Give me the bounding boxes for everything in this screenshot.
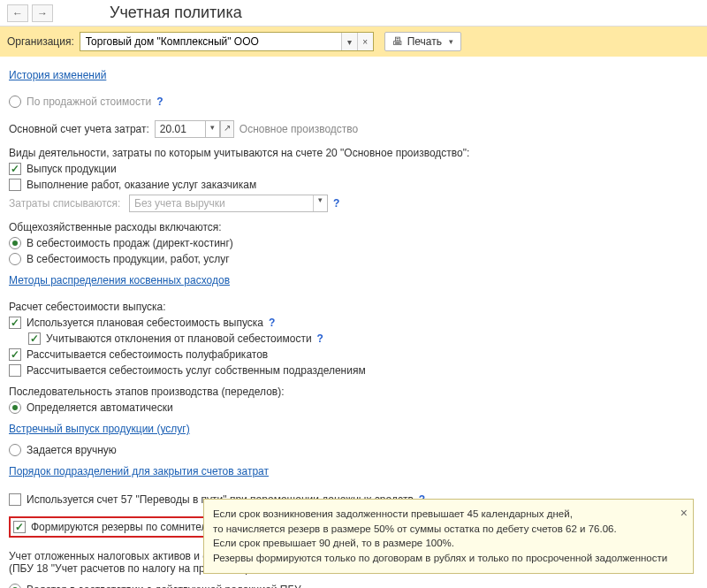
own-services-checkbox[interactable] [9, 364, 21, 377]
organization-clear[interactable]: × [357, 33, 373, 50]
stages-auto-label: Определяется автоматически [27, 401, 173, 414]
writeoff-select[interactable]: Без учета выручки [130, 195, 313, 211]
stages-auto-radio[interactable] [9, 401, 21, 414]
overhead-label: Общехозяйственные расходы включаются: [9, 221, 698, 233]
stages-label: Последовательность этапов производства (… [9, 386, 698, 398]
main-account-label: Основной счет учета затрат: [9, 123, 149, 135]
writeoff-label: Затраты списываются: [9, 197, 124, 210]
back-button[interactable]: ← [7, 4, 28, 22]
chevron-down-icon: ▾ [449, 37, 453, 46]
overhead-direct-label: В себестоимость продаж (директ-костинг) [27, 237, 233, 249]
arrow-right-icon: → [37, 7, 48, 19]
main-account-dropdown[interactable]: ▾ [206, 120, 220, 138]
overhead-cost-label: В себестоимость продукции, работ, услуг [27, 253, 230, 265]
activities-label: Виды деятельности, затраты по которым уч… [9, 147, 698, 159]
forward-button[interactable]: → [32, 4, 53, 22]
sale-cost-label: По продажной стоимости [27, 95, 151, 108]
reserves-checkbox[interactable] [13, 521, 26, 533]
overhead-direct-radio[interactable] [9, 237, 21, 249]
stages-manual-label: Задается вручную [27, 444, 117, 456]
indirect-methods-link[interactable]: Методы распределения косвенных расходов [9, 274, 230, 286]
tooltip-popup: × Если срок возникновения задолженности … [203, 499, 694, 574]
activity-services-checkbox[interactable] [9, 179, 21, 191]
help-icon[interactable]: ? [269, 317, 275, 329]
counter-output-link[interactable]: Встречный выпуск продукции (услуг) [9, 423, 190, 435]
stages-manual-radio[interactable] [9, 444, 21, 456]
overhead-cost-radio[interactable] [9, 253, 21, 265]
subdivisions-order-link[interactable]: Порядок подразделений для закрытия счето… [9, 465, 269, 477]
plan-cost-checkbox[interactable] [9, 317, 21, 329]
semifinished-label: Рассчитывается себестоимость полуфабрика… [27, 348, 268, 361]
pbu-current-label: Ведется в соответствии с действующей ред… [27, 584, 301, 588]
main-account-open[interactable]: ↗ [220, 120, 234, 138]
own-services-label: Рассчитывается себестоимость услуг собст… [27, 364, 366, 377]
tooltip-line: Если срок превышает 90 дней, то в размер… [213, 536, 670, 551]
arrow-left-icon: ← [12, 7, 23, 19]
organization-dropdown[interactable]: ▾ [341, 33, 357, 50]
help-icon[interactable]: ? [156, 95, 163, 108]
semifinished-checkbox[interactable] [9, 348, 21, 361]
tooltip-line: Резервы формируются только по договорам … [213, 551, 670, 566]
help-icon[interactable]: ? [333, 197, 339, 210]
sale-cost-radio[interactable] [9, 95, 21, 108]
page-title: Учетная политика [110, 4, 242, 22]
deviations-checkbox[interactable] [28, 332, 41, 345]
activity-services-label: Выполнение работ, оказание услуг заказчи… [27, 179, 256, 191]
history-link[interactable]: История изменений [9, 69, 106, 81]
organization-label: Организация: [7, 35, 74, 48]
main-account-desc: Основное производство [239, 123, 358, 135]
tooltip-line: Если срок возникновения задолженности пр… [213, 507, 670, 522]
plan-cost-label: Используется плановая себестоимость выпу… [27, 317, 263, 329]
tooltip-line: то начисляется резерв в размере 50% от с… [213, 522, 670, 537]
activity-output-label: Выпуск продукции [27, 163, 117, 175]
costing-label: Расчет себестоимости выпуска: [9, 301, 698, 313]
help-icon[interactable]: ? [317, 332, 323, 345]
account57-checkbox[interactable] [9, 493, 21, 506]
printer-icon: 🖶 [392, 35, 403, 48]
print-label: Печать [407, 35, 442, 48]
writeoff-dropdown[interactable]: ▾ [313, 195, 327, 211]
deviations-label: Учитываются отклонения от плановой себес… [46, 332, 312, 345]
organization-input[interactable] [80, 33, 341, 50]
close-icon[interactable]: × [680, 504, 688, 522]
main-account-input[interactable]: 20.01 [160, 123, 186, 135]
activity-output-checkbox[interactable] [9, 163, 21, 175]
print-button[interactable]: 🖶 Печать ▾ [384, 32, 461, 51]
pbu-current-radio[interactable] [9, 584, 21, 588]
